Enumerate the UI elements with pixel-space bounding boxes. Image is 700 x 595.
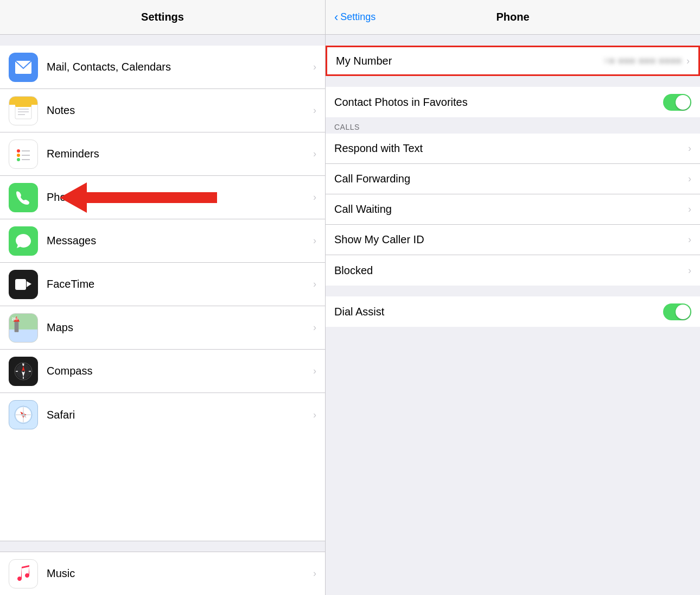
notes-label: Notes — [47, 104, 313, 117]
calls-gap: CALLS — [326, 117, 700, 134]
sidebar-item-phone[interactable]: Phone › — [0, 176, 325, 219]
notes-icon — [9, 96, 38, 125]
mail-label: Mail, Contacts, Calendars — [47, 61, 313, 73]
contact-photos-row[interactable]: Contact Photos in Favorites — [326, 87, 700, 117]
toggle-knob — [676, 95, 690, 110]
caller-id-row[interactable]: Show My Caller ID › — [326, 225, 700, 255]
my-number-row[interactable]: My Number +● ●●● ●●● ●●●● › — [326, 46, 700, 76]
safari-icon — [9, 400, 38, 429]
calls-list: Respond with Text › Call Forwarding › Ca… — [326, 134, 700, 286]
mail-icon — [9, 53, 38, 82]
svg-point-9 — [17, 158, 20, 161]
back-button[interactable]: ‹ Settings — [334, 10, 376, 24]
blocked-row[interactable]: Blocked › — [326, 255, 700, 286]
caller-id-chevron: › — [688, 234, 691, 245]
sidebar-item-compass[interactable]: N Compass › — [0, 350, 325, 393]
dial-assist-label: Dial Assist — [334, 306, 663, 318]
dial-assist-section: Dial Assist — [326, 296, 700, 327]
svg-rect-6 — [15, 103, 31, 107]
blocked-label: Blocked — [334, 264, 688, 277]
my-number-value: +● ●●● ●●● ●●●● — [412, 56, 682, 66]
my-number-chevron: › — [686, 55, 690, 67]
call-waiting-chevron: › — [688, 204, 691, 215]
respond-text-chevron: › — [688, 143, 691, 154]
facetime-icon — [9, 270, 38, 299]
safari-label: Safari — [47, 409, 313, 421]
compass-label: Compass — [47, 365, 313, 377]
mail-chevron: › — [313, 61, 316, 73]
contact-photos-section: Contact Photos in Favorites — [326, 87, 700, 117]
my-number-section: My Number +● ●●● ●●● ●●●● › — [326, 46, 700, 76]
right-panel: ‹ Settings Phone My Number +● ●●● ●●● ●●… — [326, 0, 700, 595]
maps-chevron: › — [313, 322, 316, 333]
caller-id-label: Show My Caller ID — [334, 233, 688, 246]
settings-list: Mail, Contacts, Calendars › Notes › — [0, 46, 325, 541]
svg-rect-2 — [15, 106, 31, 119]
call-forwarding-label: Call Forwarding — [334, 173, 688, 185]
maps-label: Maps — [47, 321, 313, 334]
red-arrow-indicator — [60, 182, 217, 213]
back-chevron-icon: ‹ — [334, 10, 338, 24]
respond-text-label: Respond with Text — [334, 142, 688, 155]
my-number-label: My Number — [336, 55, 412, 67]
music-icon — [9, 559, 38, 588]
bottom-separator — [0, 541, 325, 552]
call-waiting-row[interactable]: Call Waiting › — [326, 194, 700, 225]
svg-point-8 — [17, 154, 20, 157]
dial-assist-toggle-knob — [676, 305, 690, 319]
notes-chevron: › — [313, 105, 316, 116]
sidebar-item-notes[interactable]: Notes › — [0, 89, 325, 132]
maps-icon: 280 — [9, 313, 38, 343]
music-chevron: › — [313, 568, 316, 579]
svg-text:280: 280 — [12, 317, 18, 320]
reminders-label: Reminders — [47, 148, 313, 160]
top-gap — [326, 35, 700, 46]
contact-photos-label: Contact Photos in Favorites — [334, 96, 663, 109]
right-content: My Number +● ●●● ●●● ●●●● › Contact Phot… — [326, 35, 700, 595]
reminders-icon — [9, 140, 38, 169]
sidebar-item-messages[interactable]: Messages › — [0, 219, 325, 263]
svg-text:N: N — [22, 363, 24, 366]
right-title: Phone — [496, 11, 529, 23]
gap-2 — [326, 76, 700, 87]
music-label: Music — [47, 567, 313, 580]
sidebar-item-music[interactable]: Music › — [0, 552, 325, 595]
blocked-chevron: › — [688, 265, 691, 276]
dial-assist-row[interactable]: Dial Assist — [326, 296, 700, 327]
compass-chevron: › — [313, 365, 316, 377]
messages-chevron: › — [313, 235, 316, 246]
svg-rect-13 — [15, 279, 26, 290]
left-panel: Settings Mail, Contacts, Calendars › — [0, 0, 326, 595]
safari-chevron: › — [313, 409, 316, 421]
left-header: Settings — [0, 0, 325, 35]
dial-assist-toggle[interactable] — [663, 303, 691, 320]
messages-label: Messages — [47, 235, 313, 247]
svg-marker-14 — [27, 281, 31, 287]
sidebar-item-maps[interactable]: 280 Maps › — [0, 306, 325, 350]
sidebar-item-mail[interactable]: Mail, Contacts, Calendars › — [0, 46, 325, 89]
respond-text-row[interactable]: Respond with Text › — [326, 134, 700, 164]
dial-gap — [326, 286, 700, 296]
call-forwarding-row[interactable]: Call Forwarding › — [326, 164, 700, 194]
facetime-chevron: › — [313, 278, 316, 290]
left-title: Settings — [141, 11, 184, 23]
phone-chevron: › — [313, 192, 316, 203]
messages-icon — [9, 226, 38, 256]
compass-icon: N — [9, 357, 38, 386]
calls-section-header: CALLS — [326, 118, 368, 134]
phone-icon — [9, 183, 38, 212]
right-header: ‹ Settings Phone — [326, 0, 700, 35]
back-label: Settings — [340, 11, 376, 23]
call-forwarding-chevron: › — [688, 173, 691, 185]
svg-point-7 — [17, 149, 20, 153]
contact-photos-toggle[interactable] — [663, 94, 691, 111]
sidebar-item-safari[interactable]: Safari › — [0, 393, 325, 436]
svg-rect-17 — [15, 321, 19, 332]
sidebar-item-reminders[interactable]: Reminders › — [0, 132, 325, 176]
sidebar-item-facetime[interactable]: FaceTime › — [0, 263, 325, 306]
svg-rect-16 — [9, 329, 37, 341]
reminders-chevron: › — [313, 148, 316, 160]
facetime-label: FaceTime — [47, 278, 313, 290]
call-waiting-label: Call Waiting — [334, 203, 688, 216]
